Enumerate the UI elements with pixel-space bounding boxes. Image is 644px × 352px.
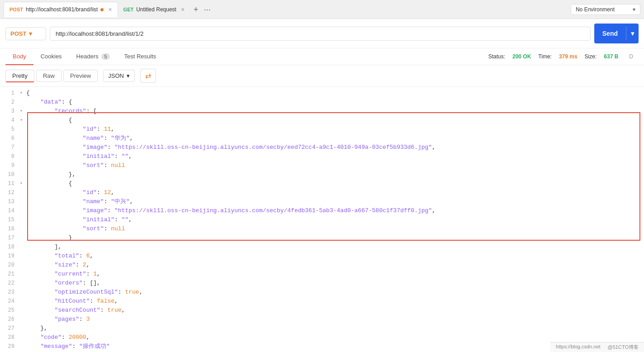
code-line-14: 14 "image": "https://skl1l.oss-cn-beijin… (0, 206, 644, 215)
line-number: 13 (4, 197, 20, 206)
line-content: } (26, 233, 72, 243)
format-label: JSON (108, 72, 124, 79)
tab-test-results[interactable]: Test Results (117, 48, 164, 65)
fold-arrow[interactable]: ▾ (20, 89, 26, 98)
line-content: { (26, 179, 72, 188)
line-content: "name": "华为", (26, 134, 133, 143)
tab-get-untitled[interactable]: GET Untitled Request × (118, 2, 190, 17)
code-line-16: 16 "sort": null (0, 224, 644, 233)
code-line-22: 22 "orders": [], (0, 279, 644, 288)
preview-button[interactable]: Preview (63, 70, 98, 82)
code-line-25: 25 "searchCount": true, (0, 306, 644, 315)
line-content: { (26, 116, 72, 125)
status-value: 200 OK (512, 53, 531, 60)
size-value: 637 B (604, 53, 618, 60)
line-number: 4 (4, 116, 20, 125)
footer-right: @51CTO博客 (608, 344, 639, 351)
tab-close-post[interactable]: × (108, 6, 112, 13)
code-line-5: 5 "id": 11, (0, 125, 644, 134)
line-content: "code": 20000, (26, 333, 90, 342)
code-line-12: 12 "id": 12, (0, 188, 644, 197)
raw-button[interactable]: Raw (36, 70, 62, 82)
format-chevron-icon: ▾ (127, 72, 130, 79)
tab-post-brand[interactable]: POST http://localhost:8081/brand/list × (4, 2, 118, 17)
code-line-20: 20 "size": 2, (0, 261, 644, 270)
code-line-3: 3▾ "records": [ (0, 107, 644, 116)
response-body[interactable]: 1▾{2 "data": {3▾ "records": [4▾ {5 "id":… (0, 87, 644, 352)
headers-badge: 5 (101, 53, 109, 60)
sub-tabs-bar: Body Cookies Headers 5 Test Results Stat… (0, 48, 644, 65)
url-input[interactable] (50, 27, 591, 41)
line-content: "message": "操作成功" (26, 342, 110, 351)
tab-label-untitled: Untitled Request (136, 6, 176, 13)
fold-arrow[interactable]: ▾ (20, 116, 26, 125)
code-wrapper: 1▾{2 "data": {3▾ "records": [4▾ {5 "id":… (0, 87, 644, 352)
code-line-13: 13 "name": "中兴", (0, 197, 644, 206)
fold-arrow[interactable]: ▾ (20, 179, 26, 188)
code-line-2: 2 "data": { (0, 98, 644, 107)
code-line-24: 24 "hitCount": false, (0, 297, 644, 306)
tab-headers[interactable]: Headers 5 (69, 48, 117, 65)
line-content: }, (26, 324, 47, 333)
method-select[interactable]: POST ▾ (5, 27, 46, 40)
method-chevron-icon: ▾ (29, 30, 32, 37)
request-bar: POST ▾ Send ▾ (0, 19, 644, 48)
line-content: "id": 12, (26, 188, 114, 197)
line-content: "data": { (26, 98, 72, 107)
line-number: 8 (4, 152, 20, 161)
line-number: 9 (4, 161, 20, 170)
line-number: 23 (4, 288, 20, 297)
line-content: "optimizeCountSql": true, (26, 288, 143, 297)
tab-body[interactable]: Body (5, 48, 33, 65)
code-line-8: 8 "initial": "", (0, 152, 644, 161)
line-number: 27 (4, 324, 20, 333)
line-content: "size": 2, (26, 261, 90, 270)
env-chevron-icon: ▾ (633, 6, 635, 13)
line-content: "image": "https://skl1l.oss-cn-beijing.a… (26, 143, 436, 152)
line-number: 12 (4, 188, 20, 197)
code-line-6: 6 "name": "华为", (0, 134, 644, 143)
fold-arrow[interactable]: ▾ (20, 107, 26, 116)
code-line-29: 29 "message": "操作成功" (0, 342, 644, 351)
code-line-7: 7 "image": "https://skl1l.oss-cn-beijing… (0, 143, 644, 152)
code-line-28: 28 "code": 20000, (0, 333, 644, 342)
line-number: 3 (4, 107, 20, 116)
code-line-11: 11▾ { (0, 179, 644, 188)
wrap-button[interactable]: ⇄ (140, 69, 156, 83)
extra-icon: D (629, 53, 633, 60)
line-content: "current": 1, (26, 270, 100, 279)
line-number: 15 (4, 215, 20, 224)
add-tab-button[interactable]: + (194, 5, 199, 14)
send-button[interactable]: Send ▾ (594, 24, 639, 43)
line-number: 16 (4, 224, 20, 233)
line-content: "pages": 3 (26, 315, 90, 324)
time-label: Time: (538, 53, 552, 60)
line-number: 22 (4, 279, 20, 288)
line-content: }, (26, 170, 76, 179)
line-content: "records": [ (26, 107, 97, 116)
pretty-button[interactable]: Pretty (5, 70, 34, 82)
tab-cookies[interactable]: Cookies (33, 48, 69, 65)
tab-method-get: GET (123, 7, 134, 12)
line-content: "searchCount": true, (26, 306, 125, 315)
tab-close-get[interactable]: × (181, 6, 185, 13)
more-tabs-button[interactable]: ··· (204, 5, 211, 14)
send-label: Send (594, 27, 626, 40)
code-line-27: 27 }, (0, 324, 644, 333)
line-number: 17 (4, 233, 20, 243)
line-number: 18 (4, 243, 20, 252)
line-number: 26 (4, 315, 20, 324)
line-number: 1 (4, 89, 20, 98)
footer: https://blog.csdn.net @51CTO博客 (550, 342, 644, 352)
send-dropdown-icon[interactable]: ▾ (626, 27, 639, 40)
line-number: 7 (4, 143, 20, 152)
env-selector[interactable]: No Environment ▾ (571, 4, 640, 15)
line-content: "name": "中兴", (26, 197, 133, 206)
line-number: 5 (4, 125, 20, 134)
line-content: "initial": "", (26, 152, 132, 161)
line-content: "total": 6, (26, 252, 93, 261)
line-content: "image": "https://skl1l.oss-cn-beijing.a… (26, 206, 436, 215)
tab-controls: + ··· (194, 5, 211, 14)
line-content: ], (26, 243, 62, 252)
format-select[interactable]: JSON ▾ (103, 70, 135, 82)
